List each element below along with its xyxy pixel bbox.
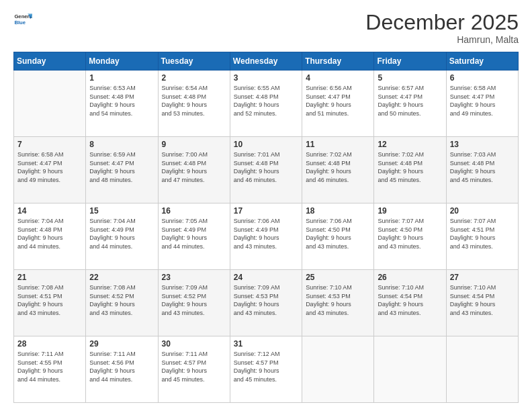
day-info: Sunrise: 6:58 AMSunset: 4:47 PMDaylight:… xyxy=(17,150,82,184)
generalblue-icon: General Blue xyxy=(13,11,32,30)
day-number: 5 xyxy=(378,73,442,83)
day-number: 15 xyxy=(89,206,154,216)
day-of-week-header: Saturday xyxy=(446,52,518,71)
day-number: 22 xyxy=(89,273,154,282)
day-number: 7 xyxy=(17,140,82,149)
day-number: 30 xyxy=(162,339,226,349)
calendar-cell: 23Sunrise: 7:09 AMSunset: 4:52 PMDayligh… xyxy=(158,270,230,336)
day-number: 27 xyxy=(450,273,515,282)
day-info: Sunrise: 7:11 AMSunset: 4:57 PMDaylight:… xyxy=(162,350,226,383)
day-info: Sunrise: 6:56 AMSunset: 4:47 PMDaylight:… xyxy=(306,84,370,118)
location: Hamrun, Malta xyxy=(365,34,519,45)
day-info: Sunrise: 6:57 AMSunset: 4:47 PMDaylight:… xyxy=(378,84,442,118)
day-number: 26 xyxy=(378,273,442,282)
day-info: Sunrise: 7:11 AMSunset: 4:55 PMDaylight:… xyxy=(17,350,82,383)
day-number: 9 xyxy=(162,140,226,149)
calendar-cell: 27Sunrise: 7:10 AMSunset: 4:54 PMDayligh… xyxy=(446,270,518,336)
day-info: Sunrise: 7:11 AMSunset: 4:56 PMDaylight:… xyxy=(89,350,154,383)
calendar-cell: 19Sunrise: 7:07 AMSunset: 4:50 PMDayligh… xyxy=(374,203,446,270)
calendar-cell: 7Sunrise: 6:58 AMSunset: 4:47 PMDaylight… xyxy=(14,137,86,203)
calendar-cell: 26Sunrise: 7:10 AMSunset: 4:54 PMDayligh… xyxy=(374,270,446,336)
day-number: 17 xyxy=(234,206,298,216)
day-info: Sunrise: 7:06 AMSunset: 4:49 PMDaylight:… xyxy=(234,217,298,250)
calendar-cell: 17Sunrise: 7:06 AMSunset: 4:49 PMDayligh… xyxy=(230,203,302,270)
day-number: 6 xyxy=(450,73,515,83)
day-number: 18 xyxy=(306,206,370,216)
day-of-week-header: Wednesday xyxy=(230,52,302,71)
day-info: Sunrise: 7:04 AMSunset: 4:48 PMDaylight:… xyxy=(17,217,82,250)
calendar-cell: 16Sunrise: 7:05 AMSunset: 4:49 PMDayligh… xyxy=(158,203,230,270)
day-of-week-header: Tuesday xyxy=(158,52,230,71)
calendar-cell: 5Sunrise: 6:57 AMSunset: 4:47 PMDaylight… xyxy=(374,71,446,137)
calendar-cell: 30Sunrise: 7:11 AMSunset: 4:57 PMDayligh… xyxy=(158,336,230,403)
day-number: 31 xyxy=(234,339,298,349)
day-info: Sunrise: 6:58 AMSunset: 4:47 PMDaylight:… xyxy=(450,84,515,118)
day-info: Sunrise: 7:08 AMSunset: 4:51 PMDaylight:… xyxy=(17,283,82,317)
calendar-cell: 18Sunrise: 7:06 AMSunset: 4:50 PMDayligh… xyxy=(302,203,374,270)
day-of-week-header: Friday xyxy=(374,52,446,71)
day-info: Sunrise: 7:05 AMSunset: 4:49 PMDaylight:… xyxy=(162,217,226,250)
day-number: 14 xyxy=(17,206,82,216)
day-number: 8 xyxy=(89,140,154,149)
day-number: 4 xyxy=(306,73,370,83)
day-number: 21 xyxy=(17,273,82,282)
day-number: 1 xyxy=(89,73,154,83)
day-number: 24 xyxy=(234,273,298,282)
day-info: Sunrise: 6:54 AMSunset: 4:48 PMDaylight:… xyxy=(162,84,226,118)
day-info: Sunrise: 7:08 AMSunset: 4:52 PMDaylight:… xyxy=(89,283,154,317)
day-of-week-header: Sunday xyxy=(14,52,86,71)
calendar-cell: 22Sunrise: 7:08 AMSunset: 4:52 PMDayligh… xyxy=(86,270,158,336)
day-info: Sunrise: 7:06 AMSunset: 4:50 PMDaylight:… xyxy=(306,217,370,250)
calendar-cell: 31Sunrise: 7:12 AMSunset: 4:57 PMDayligh… xyxy=(230,336,302,403)
day-number: 20 xyxy=(450,206,515,216)
day-number: 13 xyxy=(450,140,515,149)
calendar-cell: 20Sunrise: 7:07 AMSunset: 4:51 PMDayligh… xyxy=(446,203,518,270)
calendar-cell xyxy=(302,336,374,403)
header: General Blue December 2025 Hamrun, Malta xyxy=(13,11,519,45)
calendar-cell: 11Sunrise: 7:02 AMSunset: 4:48 PMDayligh… xyxy=(302,137,374,203)
calendar-cell xyxy=(14,71,86,137)
day-of-week-header: Thursday xyxy=(302,52,374,71)
calendar-cell: 8Sunrise: 6:59 AMSunset: 4:47 PMDaylight… xyxy=(86,137,158,203)
calendar-cell: 28Sunrise: 7:11 AMSunset: 4:55 PMDayligh… xyxy=(14,336,86,403)
day-info: Sunrise: 6:53 AMSunset: 4:48 PMDaylight:… xyxy=(89,84,154,118)
day-info: Sunrise: 6:55 AMSunset: 4:48 PMDaylight:… xyxy=(234,84,298,118)
day-info: Sunrise: 7:00 AMSunset: 4:48 PMDaylight:… xyxy=(162,150,226,184)
day-number: 16 xyxy=(162,206,226,216)
calendar-cell: 29Sunrise: 7:11 AMSunset: 4:56 PMDayligh… xyxy=(86,336,158,403)
day-number: 11 xyxy=(306,140,370,149)
day-info: Sunrise: 7:04 AMSunset: 4:49 PMDaylight:… xyxy=(89,217,154,250)
day-number: 23 xyxy=(162,273,226,282)
day-number: 25 xyxy=(306,273,370,282)
calendar-cell: 6Sunrise: 6:58 AMSunset: 4:47 PMDaylight… xyxy=(446,71,518,137)
calendar-cell: 21Sunrise: 7:08 AMSunset: 4:51 PMDayligh… xyxy=(14,270,86,336)
page: General Blue December 2025 Hamrun, Malta… xyxy=(0,0,532,411)
day-number: 3 xyxy=(234,73,298,83)
calendar-cell: 14Sunrise: 7:04 AMSunset: 4:48 PMDayligh… xyxy=(14,203,86,270)
calendar-cell: 15Sunrise: 7:04 AMSunset: 4:49 PMDayligh… xyxy=(86,203,158,270)
day-info: Sunrise: 7:07 AMSunset: 4:50 PMDaylight:… xyxy=(378,217,442,250)
day-number: 29 xyxy=(89,339,154,349)
title-area: December 2025 Hamrun, Malta xyxy=(365,11,519,45)
calendar-cell: 13Sunrise: 7:03 AMSunset: 4:48 PMDayligh… xyxy=(446,137,518,203)
day-info: Sunrise: 7:01 AMSunset: 4:48 PMDaylight:… xyxy=(234,150,298,184)
svg-text:Blue: Blue xyxy=(14,19,26,26)
calendar-cell: 10Sunrise: 7:01 AMSunset: 4:48 PMDayligh… xyxy=(230,137,302,203)
day-number: 10 xyxy=(234,140,298,149)
calendar-cell: 1Sunrise: 6:53 AMSunset: 4:48 PMDaylight… xyxy=(86,71,158,137)
calendar-cell: 25Sunrise: 7:10 AMSunset: 4:53 PMDayligh… xyxy=(302,270,374,336)
day-number: 12 xyxy=(378,140,442,149)
day-info: Sunrise: 7:09 AMSunset: 4:53 PMDaylight:… xyxy=(234,283,298,317)
day-info: Sunrise: 7:10 AMSunset: 4:53 PMDaylight:… xyxy=(306,283,370,317)
day-info: Sunrise: 7:03 AMSunset: 4:48 PMDaylight:… xyxy=(450,150,515,184)
calendar-cell: 24Sunrise: 7:09 AMSunset: 4:53 PMDayligh… xyxy=(230,270,302,336)
calendar-cell: 9Sunrise: 7:00 AMSunset: 4:48 PMDaylight… xyxy=(158,137,230,203)
day-info: Sunrise: 6:59 AMSunset: 4:47 PMDaylight:… xyxy=(89,150,154,184)
day-info: Sunrise: 7:07 AMSunset: 4:51 PMDaylight:… xyxy=(450,217,515,250)
day-info: Sunrise: 7:10 AMSunset: 4:54 PMDaylight:… xyxy=(378,283,442,317)
calendar-table: SundayMondayTuesdayWednesdayThursdayFrid… xyxy=(13,52,519,403)
calendar-cell: 2Sunrise: 6:54 AMSunset: 4:48 PMDaylight… xyxy=(158,71,230,137)
calendar-cell: 12Sunrise: 7:02 AMSunset: 4:48 PMDayligh… xyxy=(374,137,446,203)
logo: General Blue xyxy=(13,11,32,30)
calendar-cell: 4Sunrise: 6:56 AMSunset: 4:47 PMDaylight… xyxy=(302,71,374,137)
